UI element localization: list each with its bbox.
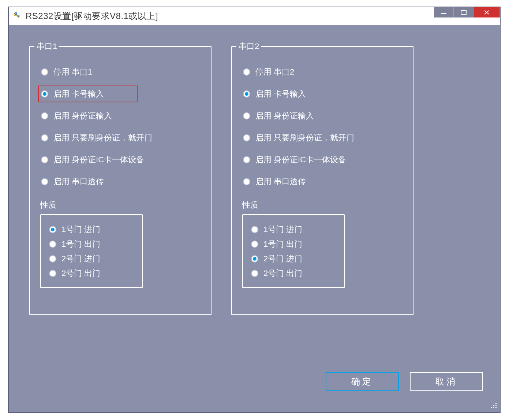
svg-rect-5 — [493, 405, 494, 406]
radio-icon — [41, 112, 48, 120]
port1-mode-option-label: 启用 身份证输入 — [53, 110, 112, 121]
port1-property-option-0[interactable]: 1号门 进门 — [49, 222, 100, 237]
radio-icon — [41, 178, 48, 185]
footer-buttons: 确定 取消 — [326, 372, 483, 391]
svg-rect-9 — [495, 407, 497, 408]
port2-property-group: 1号门 进门1号门 出门2号门 进门2号门 出门 — [242, 214, 345, 288]
port1-mode-option-5[interactable]: 启用 串口透传 — [39, 175, 106, 189]
group-port2: 串口2 停用 串口2启用 卡号输入启用 身份证输入启用 只要刷身份证，就开门启用… — [231, 41, 413, 315]
svg-rect-4 — [495, 403, 497, 404]
titlebar[interactable]: RS232设置[驱动要求V8.1或以上] — [9, 7, 500, 25]
port1-property-label: 性质 — [40, 200, 211, 211]
svg-rect-8 — [493, 407, 494, 408]
radio-icon — [49, 270, 56, 277]
group-port2-legend: 串口2 — [236, 41, 261, 52]
radio-icon — [41, 90, 48, 98]
port2-mode-options: 停用 串口2启用 卡号输入启用 身份证输入启用 只要刷身份证，就开门启用 身份证… — [232, 52, 413, 189]
port1-mode-option-4[interactable]: 启用 身份证IC卡一体设备 — [39, 153, 146, 167]
port1-mode-option-0[interactable]: 停用 串口1 — [39, 65, 94, 79]
port2-property-option-label: 2号门 进门 — [263, 253, 302, 264]
port2-property-option-3[interactable]: 2号门 出门 — [251, 266, 302, 281]
window-title: RS232设置[驱动要求V8.1或以上] — [26, 10, 158, 22]
radio-icon — [243, 68, 250, 76]
port1-mode-option-3[interactable]: 启用 只要刷身份证，就开门 — [39, 131, 154, 145]
port2-mode-option-label: 启用 串口透传 — [255, 176, 306, 187]
port2-mode-option-label: 启用 卡号输入 — [255, 88, 306, 99]
minimize-button[interactable] — [434, 7, 454, 18]
port2-property-option-label: 1号门 出门 — [263, 239, 302, 250]
port1-mode-option-1[interactable]: 启用 卡号输入 — [38, 86, 138, 102]
port1-mode-option-label: 启用 卡号输入 — [53, 88, 104, 99]
port2-property-option-label: 1号门 进门 — [263, 224, 302, 235]
port2-property-label: 性质 — [242, 200, 413, 211]
group-port1: 串口1 停用 串口1启用 卡号输入启用 身份证输入启用 只要刷身份证，就开门启用… — [29, 41, 212, 315]
radio-icon — [243, 112, 250, 120]
cancel-button[interactable]: 取消 — [410, 372, 483, 391]
radio-icon — [251, 255, 258, 262]
port2-property-option-1[interactable]: 1号门 出门 — [251, 237, 302, 251]
radio-icon — [251, 226, 258, 233]
port2-property-option-0[interactable]: 1号门 进门 — [251, 222, 302, 237]
port2-property-option-2[interactable]: 2号门 进门 — [251, 251, 302, 266]
svg-rect-3 — [461, 11, 466, 14]
port1-property-option-2[interactable]: 2号门 进门 — [49, 251, 100, 266]
client-area: 串口1 停用 串口1启用 卡号输入启用 身份证输入启用 只要刷身份证，就开门启用… — [9, 25, 500, 412]
group-port1-legend: 串口1 — [34, 41, 59, 52]
radio-icon — [243, 178, 250, 185]
port1-mode-option-label: 启用 串口透传 — [53, 176, 104, 187]
port1-property-option-label: 1号门 出门 — [61, 239, 100, 250]
port2-mode-option-0[interactable]: 停用 串口2 — [241, 65, 296, 79]
port1-mode-option-label: 启用 身份证IC卡一体设备 — [53, 154, 144, 165]
ok-button[interactable]: 确定 — [326, 372, 399, 391]
radio-icon — [49, 226, 56, 233]
resize-grip-icon[interactable] — [491, 403, 498, 411]
radio-icon — [243, 156, 250, 163]
radio-icon — [49, 241, 56, 248]
port2-mode-option-label: 停用 串口2 — [255, 67, 294, 77]
port2-mode-option-4[interactable]: 启用 身份证IC卡一体设备 — [241, 153, 348, 167]
close-button[interactable] — [474, 7, 500, 18]
port1-property-option-label: 2号门 出门 — [61, 268, 100, 279]
port1-mode-option-label: 停用 串口1 — [53, 67, 92, 77]
svg-rect-7 — [491, 407, 492, 408]
port1-mode-option-2[interactable]: 启用 身份证输入 — [39, 109, 114, 123]
radio-icon — [41, 134, 48, 141]
radio-icon — [49, 255, 56, 262]
port2-mode-option-label: 启用 只要刷身份证，就开门 — [255, 132, 354, 143]
port2-mode-option-label: 启用 身份证IC卡一体设备 — [255, 154, 346, 165]
maximize-button[interactable] — [454, 7, 474, 18]
port2-mode-option-2[interactable]: 启用 身份证输入 — [241, 109, 316, 123]
port2-mode-option-3[interactable]: 启用 只要刷身份证，就开门 — [241, 131, 356, 145]
radio-icon — [41, 68, 48, 76]
svg-rect-6 — [495, 405, 497, 406]
port2-mode-option-5[interactable]: 启用 串口透传 — [241, 175, 308, 189]
radio-icon — [251, 270, 258, 277]
window-buttons — [434, 7, 500, 18]
port1-property-option-3[interactable]: 2号门 出门 — [49, 266, 100, 281]
port1-property-option-1[interactable]: 1号门 出门 — [49, 237, 100, 251]
port2-property-option-label: 2号门 出门 — [263, 268, 302, 279]
app-keys-icon — [12, 11, 22, 21]
port1-mode-option-label: 启用 只要刷身份证，就开门 — [53, 132, 152, 143]
dialog-window: RS232设置[驱动要求V8.1或以上] 串口1 停用 串口1启用 卡号输入启用… — [8, 7, 501, 413]
radio-icon — [41, 156, 48, 163]
radio-icon — [251, 241, 258, 248]
port1-property-option-label: 2号门 进门 — [61, 253, 100, 264]
port1-property-group: 1号门 进门1号门 出门2号门 进门2号门 出门 — [40, 214, 143, 288]
port1-property-option-label: 1号门 进门 — [61, 224, 100, 235]
port2-mode-option-label: 启用 身份证输入 — [255, 110, 314, 121]
radio-icon — [243, 90, 250, 98]
port1-mode-options: 停用 串口1启用 卡号输入启用 身份证输入启用 只要刷身份证，就开门启用 身份证… — [30, 52, 211, 189]
radio-icon — [243, 134, 250, 141]
port2-mode-option-1[interactable]: 启用 卡号输入 — [241, 87, 308, 101]
